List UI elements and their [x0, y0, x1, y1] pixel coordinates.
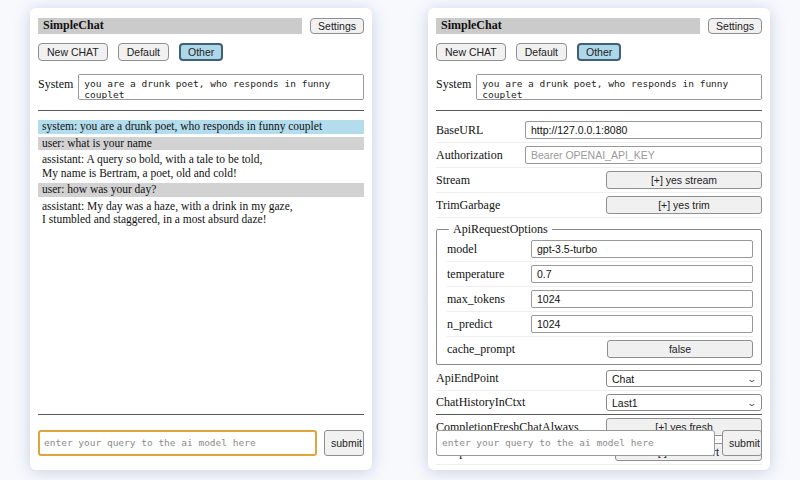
session-toolbar: New CHAT Default Other	[436, 43, 762, 61]
title-row: SimpleChat Settings	[38, 18, 364, 34]
stream-toggle-button[interactable]: [+] yes stream	[606, 171, 762, 189]
settings-panel: SimpleChat Settings New CHAT Default Oth…	[428, 8, 770, 470]
session-tab-other[interactable]: Other	[179, 43, 223, 61]
setting-label: ChatHistoryInCtxt	[436, 395, 525, 410]
setting-row-api-endpoint: ApiEndPoint Chat ⌄	[436, 367, 762, 391]
n-predict-input[interactable]	[531, 315, 753, 333]
chat-history-select[interactable]: Last1 ⌄	[606, 394, 762, 411]
chevron-down-icon: ⌄	[747, 375, 758, 383]
chat-messages: system: you are a drunk poet, who respon…	[38, 120, 364, 227]
trimgarbage-toggle-button[interactable]: [+] yes trim	[606, 196, 762, 214]
session-tab-default[interactable]: Default	[516, 43, 567, 61]
setting-row-model: model	[447, 237, 753, 262]
app-title: SimpleChat	[38, 18, 302, 34]
setting-row-stream: Stream [+] yes stream	[436, 168, 762, 193]
setting-row-n-predict: n_predict	[447, 312, 753, 337]
query-row: submit	[38, 430, 364, 456]
setting-row-max-tokens: max_tokens	[447, 287, 753, 312]
submit-button[interactable]: submit	[722, 430, 762, 456]
setting-row-trimgarbage: TrimGarbage [+] yes trim	[436, 193, 762, 218]
query-divider	[38, 414, 364, 415]
submit-button[interactable]: submit	[324, 430, 364, 456]
query-input[interactable]	[436, 430, 715, 456]
title-row: SimpleChat Settings	[436, 18, 762, 34]
chat-message-assistant: assistant: My day was a haze, with a dri…	[38, 200, 364, 227]
temperature-input[interactable]	[531, 265, 753, 283]
system-prompt-input[interactable]: you are a drunk poet, who responds in fu…	[476, 74, 762, 100]
setting-label: temperature	[447, 267, 504, 282]
query-divider	[436, 414, 762, 415]
query-input[interactable]	[38, 430, 317, 456]
setting-row-authorization: Authorization	[436, 143, 762, 168]
header-divider	[436, 110, 762, 111]
setting-label: Stream	[436, 173, 470, 188]
session-tab-default[interactable]: Default	[118, 43, 169, 61]
chat-message-user: user: what is your name	[38, 137, 364, 151]
session-tab-other[interactable]: Other	[577, 43, 621, 61]
settings-button[interactable]: Settings	[310, 18, 364, 34]
settings-button[interactable]: Settings	[708, 18, 762, 34]
settings-list: BaseURL Authorization Stream [+] yes str…	[436, 118, 762, 465]
model-input[interactable]	[531, 240, 753, 258]
setting-row-temperature: temperature	[447, 262, 753, 287]
new-chat-button[interactable]: New CHAT	[436, 43, 506, 61]
baseurl-input[interactable]	[525, 121, 762, 139]
chat-message-system: system: you are a drunk poet, who respon…	[38, 120, 364, 134]
system-prompt-row: System you are a drunk poet, who respond…	[436, 74, 762, 100]
setting-label: ApiEndPoint	[436, 371, 499, 386]
max-tokens-input[interactable]	[531, 290, 753, 308]
setting-row-chat-history: ChatHistoryInCtxt Last1 ⌄	[436, 391, 762, 415]
setting-label: model	[447, 242, 477, 257]
chevron-down-icon: ⌄	[747, 399, 758, 407]
selected-option: Last1	[612, 397, 638, 409]
new-chat-button[interactable]: New CHAT	[38, 43, 108, 61]
authorization-input[interactable]	[525, 146, 762, 164]
session-toolbar: New CHAT Default Other	[38, 43, 364, 61]
header-divider	[38, 110, 364, 111]
setting-label: TrimGarbage	[436, 198, 500, 213]
api-request-options-fieldset: ApiRequestOptions model temperature max_…	[436, 222, 762, 365]
query-row: submit	[436, 430, 762, 456]
api-endpoint-select[interactable]: Chat ⌄	[606, 370, 762, 387]
cache-prompt-toggle-button[interactable]: false	[607, 340, 753, 358]
chat-message-user: user: how was your day?	[38, 183, 364, 197]
setting-label: Authorization	[436, 148, 503, 163]
system-label: System	[436, 74, 471, 100]
system-prompt-row: System you are a drunk poet, who respond…	[38, 74, 364, 100]
setting-row-baseurl: BaseURL	[436, 118, 762, 143]
system-prompt-input[interactable]: you are a drunk poet, who responds in fu…	[78, 74, 364, 100]
chat-message-assistant: assistant: A query so bold, with a tale …	[38, 153, 364, 180]
setting-label: max_tokens	[447, 292, 505, 307]
setting-label: cache_prompt	[447, 342, 515, 357]
app-title: SimpleChat	[436, 18, 700, 34]
setting-label: BaseURL	[436, 123, 483, 138]
system-label: System	[38, 74, 73, 100]
api-request-options-legend: ApiRequestOptions	[449, 222, 552, 237]
setting-row-cache-prompt: cache_prompt false	[447, 337, 753, 361]
selected-option: Chat	[612, 373, 634, 385]
setting-label: n_predict	[447, 317, 492, 332]
chat-panel: SimpleChat Settings New CHAT Default Oth…	[30, 8, 372, 470]
